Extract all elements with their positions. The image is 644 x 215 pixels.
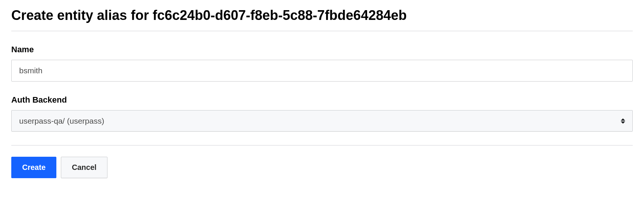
form-divider bbox=[11, 145, 633, 145]
auth-backend-select[interactable]: userpass-qa/ (userpass) bbox=[11, 110, 633, 132]
page-title: Create entity alias for fc6c24b0-d607-f8… bbox=[11, 8, 633, 31]
auth-backend-label: Auth Backend bbox=[11, 95, 633, 105]
cancel-button[interactable]: Cancel bbox=[61, 157, 107, 178]
action-buttons: Create Cancel bbox=[11, 157, 633, 178]
name-input[interactable] bbox=[11, 60, 633, 82]
auth-backend-field-group: Auth Backend userpass-qa/ (userpass) bbox=[11, 95, 633, 132]
auth-backend-select-wrapper: userpass-qa/ (userpass) bbox=[11, 110, 633, 132]
name-field-group: Name bbox=[11, 45, 633, 82]
name-label: Name bbox=[11, 45, 633, 55]
create-button[interactable]: Create bbox=[11, 157, 56, 178]
